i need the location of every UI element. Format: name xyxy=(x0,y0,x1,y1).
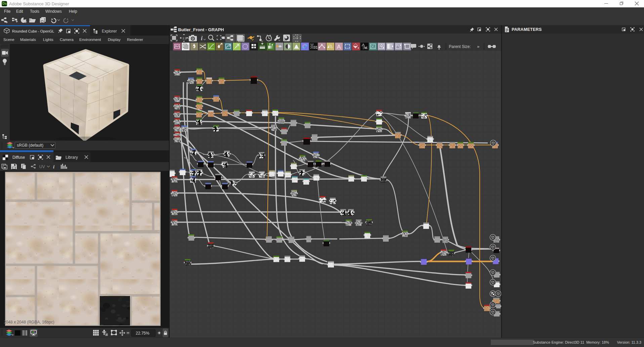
svg-text:UV: UV xyxy=(39,164,45,169)
svg-text:A: A xyxy=(337,44,341,50)
svg-text:01: 01 xyxy=(314,46,318,49)
svg-text:01: 01 xyxy=(364,46,368,50)
svg-text:i: i xyxy=(201,35,203,42)
svg-text:1:1: 1:1 xyxy=(182,37,187,40)
svg-text:i: i xyxy=(53,164,55,169)
